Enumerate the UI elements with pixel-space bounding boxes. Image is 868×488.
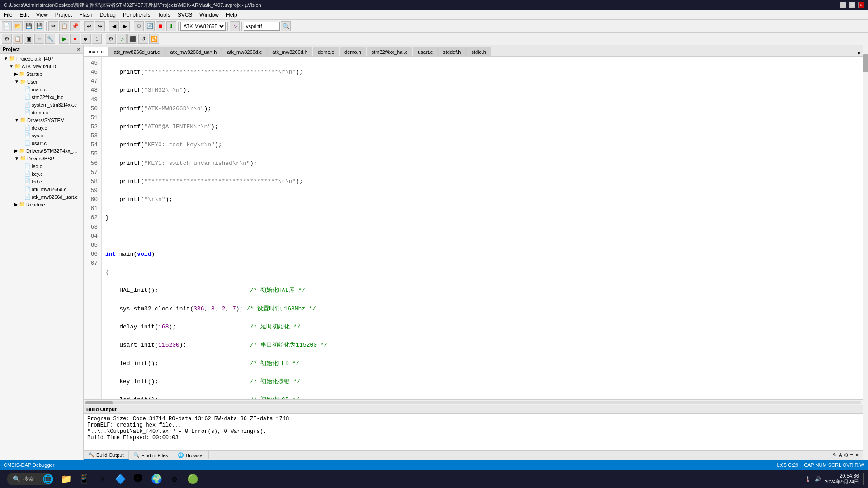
- menu-tools[interactable]: Tools: [154, 11, 174, 19]
- search-taskbar-button[interactable]: 🔍 搜索: [22, 471, 38, 487]
- menu-project[interactable]: Project: [52, 11, 75, 19]
- download-button[interactable]: ⬇: [166, 21, 176, 31]
- tree-project-root[interactable]: ▼ 📁 Project: atk_f407: [0, 55, 83, 62]
- right-scrollbar[interactable]: [863, 45, 868, 460]
- tree-usart-c[interactable]: 📄 usart.c: [0, 139, 83, 147]
- tree-demo-c[interactable]: 📄 demo.c: [0, 108, 83, 116]
- tabs-arrow[interactable]: ▶: [856, 49, 863, 56]
- tree-led-c[interactable]: 📄 led.c: [0, 162, 83, 170]
- bottom-icon1[interactable]: ✎: [833, 452, 837, 458]
- bottom-icon5[interactable]: ✕: [855, 452, 859, 458]
- menu-svcs[interactable]: SVCS: [174, 11, 196, 19]
- t2-start-debug[interactable]: ▶: [59, 34, 69, 44]
- volume-icon[interactable]: 🔊: [815, 476, 821, 482]
- tab-atk-h[interactable]: atk_mw8266d.h: [267, 47, 312, 56]
- menu-view[interactable]: View: [33, 11, 52, 19]
- t2-stop[interactable]: ⬛: [127, 34, 137, 44]
- tab-stdio-h[interactable]: stdio.h: [466, 47, 491, 56]
- t2-reset[interactable]: ↺: [138, 34, 148, 44]
- menu-window[interactable]: Window: [196, 11, 222, 19]
- network-icon[interactable]: 🌡️: [805, 476, 811, 482]
- build-button[interactable]: ⚙: [134, 21, 144, 31]
- menu-file[interactable]: File: [0, 11, 16, 19]
- save-all-button[interactable]: 💾: [34, 21, 44, 31]
- search-icon[interactable]: 🔍: [281, 21, 291, 31]
- tab-demo-c[interactable]: demo.c: [313, 47, 339, 56]
- back-button[interactable]: ◀: [109, 21, 119, 31]
- target-select[interactable]: ATK-MW8266D: [180, 22, 226, 31]
- t2-settings[interactable]: ⚙: [106, 34, 116, 44]
- tree-main-c[interactable]: 📄 main.c: [0, 85, 83, 93]
- taskbar-icon-app1[interactable]: 📱: [76, 471, 92, 487]
- tab-stm32-hal[interactable]: stm32f4xx_hal.c: [367, 47, 412, 56]
- tree-lcd-c[interactable]: 📄 lcd.c: [0, 178, 83, 185]
- tree-delay-c[interactable]: 📄 delay.c: [0, 124, 83, 131]
- taskbar-icon-edge[interactable]: 🌐: [40, 471, 56, 487]
- tab-demo-h[interactable]: demo.h: [340, 47, 366, 56]
- tab-atk-uart-c[interactable]: atk_mw8266d_uart.c: [108, 47, 165, 56]
- tree-atk-mw8266d-c[interactable]: 📄 atk_mw8266d.c: [0, 185, 83, 193]
- tree-user[interactable]: ▼ 📁 User: [0, 78, 83, 85]
- taskbar-icon-app4[interactable]: 🅦: [130, 471, 146, 487]
- menu-help[interactable]: Help: [222, 11, 241, 19]
- debug-button[interactable]: ▷: [230, 21, 240, 31]
- t2-icon5[interactable]: 🔧: [45, 34, 55, 44]
- tree-readme[interactable]: ▶ 📁 Readme: [0, 201, 83, 208]
- t2-breakpoint[interactable]: ●: [70, 34, 80, 44]
- forward-button[interactable]: ▶: [120, 21, 130, 31]
- taskbar-icon-explorer[interactable]: 📁: [58, 471, 74, 487]
- t2-reset2[interactable]: 🔁: [149, 34, 159, 44]
- tree-drivers-bsp[interactable]: ▼ 📁 Drivers/BSP: [0, 155, 83, 162]
- close-button[interactable]: ✕: [858, 2, 864, 8]
- t2-icon1[interactable]: ⚙: [2, 34, 12, 44]
- tree-atk-uart-c[interactable]: 📄 atk_mw8266d_uart.c: [0, 193, 83, 201]
- bottom-tab-find-files[interactable]: 🔍 Find in Files: [129, 451, 173, 459]
- cut-button[interactable]: ✂: [48, 21, 58, 31]
- code-content[interactable]: printf("********************************…: [102, 57, 863, 399]
- maximize-button[interactable]: □: [849, 2, 855, 8]
- t2-step-over[interactable]: ⏭: [81, 34, 91, 44]
- t2-step-into[interactable]: ⤵: [92, 34, 102, 44]
- tree-stm32f4xx-it[interactable]: 📄 stm32f4xx_it.c: [0, 93, 83, 101]
- open-file-button[interactable]: 📂: [13, 21, 23, 31]
- taskbar-icon-chrome[interactable]: 🌍: [148, 471, 165, 487]
- project-close-icon[interactable]: ✕: [77, 47, 80, 52]
- menu-debug[interactable]: Debug: [96, 11, 119, 19]
- taskbar-icon-app5[interactable]: 🟢: [184, 471, 201, 487]
- tree-drivers-hal[interactable]: ▶ 📁 Drivers/STM32F4xx_HAL_Driv...: [0, 147, 83, 155]
- menu-flash[interactable]: Flash: [75, 11, 96, 19]
- bottom-icon3[interactable]: ⚙: [844, 452, 849, 458]
- bottom-tab-browser[interactable]: 🌐 Browser: [173, 451, 209, 459]
- minimize-button[interactable]: ─: [840, 2, 846, 8]
- taskbar-icon-settings[interactable]: ⚙: [166, 471, 183, 487]
- new-file-button[interactable]: 📄: [2, 21, 12, 31]
- tab-usart-c[interactable]: usart.c: [413, 47, 438, 56]
- taskbar-icon-app2[interactable]: ⚡: [94, 471, 110, 487]
- t2-icon4[interactable]: ≡: [34, 34, 44, 44]
- taskbar-icon-app3[interactable]: 🔷: [112, 471, 128, 487]
- horizontal-scrollbar[interactable]: [84, 399, 863, 405]
- tree-sys-c[interactable]: 📄 sys.c: [0, 131, 83, 139]
- t2-icon3[interactable]: ▣: [24, 34, 33, 44]
- code-editor[interactable]: 45 46 47 48 49 50 51 52 53 54 55 56 57 5…: [84, 57, 863, 399]
- show-desktop-button[interactable]: [863, 473, 864, 485]
- t2-icon2[interactable]: 📋: [13, 34, 23, 44]
- t2-run[interactable]: ▷: [117, 34, 127, 44]
- bottom-tab-build-output[interactable]: 🔨 Build Output: [84, 451, 129, 460]
- bottom-icon4[interactable]: ≡: [850, 452, 853, 458]
- rebuild-button[interactable]: 🔄: [145, 21, 155, 31]
- copy-button[interactable]: 📋: [59, 21, 69, 31]
- tree-key-c[interactable]: 📄 key.c: [0, 170, 83, 178]
- tab-atk-uart-h[interactable]: atk_mw8266d_uart.h: [165, 47, 222, 56]
- tree-atk-mw8266d[interactable]: ▼ 📁 ATK-MW8266D: [0, 62, 83, 70]
- menu-peripherals[interactable]: Peripherals: [119, 11, 154, 19]
- tree-startup[interactable]: ▶ 📁 Startup: [0, 70, 83, 78]
- tree-system-stm32[interactable]: 📄 system_stm32f4xx.c: [0, 101, 83, 108]
- paste-button[interactable]: 📌: [70, 21, 80, 31]
- bottom-icon2[interactable]: A: [839, 452, 842, 458]
- menu-edit[interactable]: Edit: [16, 11, 33, 19]
- stop-button[interactable]: ⏹: [156, 21, 165, 31]
- tab-stddef-h[interactable]: stddef.h: [438, 47, 466, 56]
- tree-drivers-system[interactable]: ▼ 📁 Drivers/SYSTEM: [0, 116, 83, 124]
- undo-button[interactable]: ↩: [84, 21, 94, 31]
